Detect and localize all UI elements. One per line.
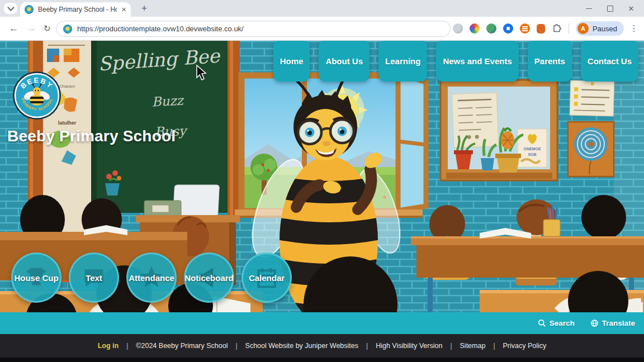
- spiral-board: [568, 122, 614, 177]
- globe-icon: [590, 319, 599, 327]
- profile-avatar: A: [577, 23, 589, 34]
- extensions-row: A Paused: [453, 17, 624, 40]
- globe-extension-icon[interactable]: [486, 23, 496, 34]
- svg-text:Buzz: Buzz: [151, 93, 185, 109]
- forward-icon[interactable]: →: [27, 22, 36, 35]
- footer-separator: |: [126, 342, 128, 350]
- nav-learning[interactable]: Learning: [378, 41, 427, 82]
- quicklink-text[interactable]: Text: [69, 253, 119, 303]
- webpage: Chanen latulher Spelling Bee Buzz Busy: [0, 41, 644, 362]
- footer-separator: |: [450, 342, 452, 350]
- browser-menu-icon[interactable]: ⋮: [629, 23, 638, 34]
- quicklink-calendar[interactable]: Calendar: [242, 253, 292, 303]
- privacy-policy-link[interactable]: Privacy Policy: [503, 342, 547, 350]
- browser-window: Beeby Primary School - Home ✕ + ✕ ← → ↻ …: [0, 0, 644, 362]
- svg-text:ONEMOE: ONEMOE: [523, 147, 541, 151]
- quicklink-attendance[interactable]: Attendance: [126, 253, 177, 303]
- hydrant-icon[interactable]: [537, 24, 545, 34]
- quicklink-noticeboard[interactable]: Noticeboard: [184, 253, 234, 303]
- quick-links: House Cup Text Attendance Noticeboard: [11, 253, 292, 303]
- chevron-down-icon: [7, 4, 15, 11]
- quicklink-house-cup[interactable]: House Cup: [11, 253, 61, 303]
- new-tab-button[interactable]: +: [138, 2, 151, 15]
- nav-parents[interactable]: Parents: [528, 41, 572, 82]
- sitemap-link[interactable]: Sitemap: [460, 342, 486, 350]
- close-icon[interactable]: ✕: [621, 0, 642, 17]
- website-credit-link[interactable]: School Website by Juniper Websites: [245, 342, 358, 350]
- nav-news-and-events[interactable]: News and Events: [436, 41, 518, 82]
- main-navigation: Home About Us Learning News and Events P…: [273, 41, 638, 82]
- footer-separator: |: [366, 342, 368, 350]
- color-wheel-icon[interactable]: [470, 23, 480, 34]
- copyright-text: ©2024 Beeby Primary School: [136, 342, 228, 350]
- school-logo[interactable]: BEEBY PRIMARY SCHOOL: [12, 71, 61, 120]
- tab-close-icon[interactable]: ✕: [121, 6, 126, 13]
- site-footer: Log in | ©2024 Beeby Primary School | Sc…: [0, 334, 644, 362]
- browser-toolbar: ← → ↻ https://productiontemplate.ovw10.d…: [0, 17, 644, 41]
- search-button[interactable]: Search: [538, 319, 575, 327]
- nav-home[interactable]: Home: [273, 41, 310, 82]
- footer-separator: |: [493, 342, 495, 350]
- nav-contact-us[interactable]: Contact Us: [581, 41, 638, 82]
- profile-paused-button[interactable]: A Paused: [576, 21, 624, 36]
- tab-search-button[interactable]: [4, 3, 17, 14]
- tab-strip: Beeby Primary School - Home ✕ + ✕: [0, 0, 644, 17]
- blue-app-icon[interactable]: [503, 23, 513, 34]
- url-site-icon: [63, 25, 72, 34]
- page-title: Beeby Primary School: [7, 127, 176, 145]
- footer-separator: |: [235, 342, 237, 350]
- translate-button[interactable]: Translate: [590, 319, 635, 327]
- high-visibility-link[interactable]: High Visibility Version: [376, 342, 442, 350]
- paused-label: Paused: [593, 25, 617, 33]
- orange-list-icon[interactable]: [520, 23, 530, 34]
- site-favicon-icon: [25, 5, 34, 14]
- tab-title: Beeby Primary School - Home: [38, 6, 117, 13]
- minimize-icon[interactable]: [578, 0, 599, 17]
- svg-text:Chanen: Chanen: [59, 84, 75, 89]
- reload-icon[interactable]: ↻: [44, 22, 51, 35]
- list-poster: [570, 80, 614, 116]
- restore-icon[interactable]: [599, 0, 621, 17]
- bulletin-board: ONEMOE SOB: [441, 80, 557, 180]
- url-text: https://productiontemplate.ovw10.devwebs…: [77, 25, 244, 33]
- back-icon[interactable]: ←: [9, 22, 18, 35]
- puzzle-extensions-icon[interactable]: [552, 23, 562, 34]
- url-bar[interactable]: https://productiontemplate.ovw10.devwebs…: [56, 21, 451, 37]
- browser-tab[interactable]: Beeby Primary School - Home ✕: [20, 2, 131, 17]
- toolbar-divider: [569, 23, 569, 34]
- svg-text:SOB: SOB: [528, 153, 536, 156]
- utility-bar: Search Translate: [0, 312, 644, 334]
- login-link[interactable]: Log in: [98, 342, 119, 350]
- nav-about-us[interactable]: About Us: [319, 41, 370, 82]
- window-controls: ✕: [578, 0, 642, 17]
- search-icon: [538, 319, 546, 327]
- svg-text:latulher: latulher: [58, 120, 77, 126]
- shield-icon[interactable]: [453, 23, 463, 34]
